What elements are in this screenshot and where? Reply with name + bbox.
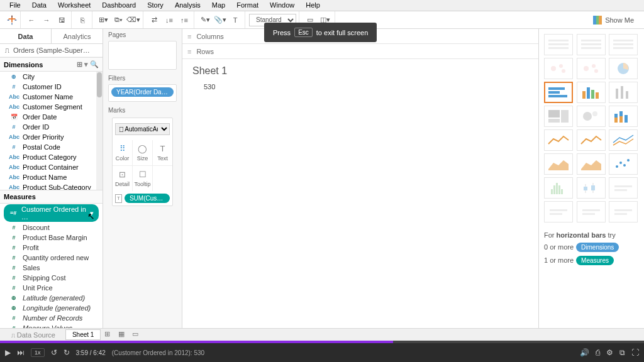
filters-shelf[interactable]: YEAR(Order Date): 2… — [108, 84, 177, 102]
measure-profit[interactable]: #Profit — [0, 243, 103, 253]
dimension-customer-name[interactable]: AbcCustomer Name — [0, 92, 103, 102]
viz-type-hbar[interactable] — [544, 82, 573, 103]
viz-type-circ[interactable] — [577, 106, 606, 127]
datasource-row[interactable]: ⎍ Orders (Sample-Super… — [0, 44, 103, 57]
mark-color-button[interactable]: ⠿Color — [113, 140, 132, 165]
measure-sales[interactable]: #Sales — [0, 263, 103, 273]
viz-type-map2[interactable] — [577, 58, 606, 79]
menu-file[interactable]: File — [4, 0, 26, 11]
menu-map[interactable]: Map — [206, 0, 231, 11]
viz-type-box[interactable] — [577, 177, 606, 199]
viz-type-scatter[interactable] — [609, 153, 638, 175]
rows-shelf[interactable]: ≡ Rows — [182, 44, 538, 59]
viz-type-bars2[interactable] — [609, 106, 638, 127]
dimension-order-priority[interactable]: AbcOrder Priority — [0, 132, 103, 142]
tab-sheet-1[interactable]: Sheet 1 — [65, 329, 101, 340]
viz-type-gantt2[interactable] — [577, 201, 606, 222]
mark-text-button[interactable]: TText — [153, 140, 172, 165]
captions-button[interactable]: ⎙ — [596, 348, 600, 357]
measure-product-base-margin[interactable]: #Product Base Margin — [0, 233, 103, 243]
menu-data[interactable]: Data — [26, 0, 52, 11]
tab-data-source[interactable]: ⎍ Data Source — [5, 330, 62, 340]
viz-type-area2[interactable] — [577, 153, 606, 175]
sort-asc-button[interactable]: ↓≡ — [162, 13, 176, 27]
show-me-button[interactable]: Show Me — [587, 16, 640, 25]
viz-type-area1[interactable] — [544, 153, 573, 175]
play-button[interactable]: ▶ — [5, 348, 11, 357]
volume-button[interactable]: 🔊 — [580, 348, 589, 357]
filter-pill-year[interactable]: YEAR(Order Date): 2… — [111, 87, 174, 97]
labels-button[interactable]: T — [228, 13, 242, 27]
redo-button[interactable]: → — [40, 13, 53, 27]
viz-type-gantt[interactable] — [544, 201, 573, 222]
measure-unit-price[interactable]: #Unit Price — [0, 283, 103, 293]
dimension-product-category[interactable]: AbcProduct Category — [0, 152, 103, 162]
measure-longitude-generated-[interactable]: ⊕Longitude (generated) — [0, 303, 103, 313]
viz-type-lines[interactable] — [609, 129, 638, 151]
dimension-product-sub-category[interactable]: AbcProduct Sub-Category — [0, 182, 103, 190]
rewind-button[interactable]: ↺ — [51, 348, 57, 357]
forward-button[interactable]: ↻ — [64, 348, 70, 357]
settings-button[interactable]: ⚙ — [606, 348, 613, 357]
pages-shelf[interactable] — [108, 41, 177, 70]
tab-data[interactable]: Data — [0, 29, 52, 43]
duplicate-button[interactable]: ⧉▾ — [111, 13, 125, 27]
swap-button[interactable]: ⇄ — [147, 13, 161, 27]
mark-tooltip-button[interactable]: ☐Tooltip — [133, 166, 152, 191]
highlight-button[interactable]: ✎▾ — [198, 13, 212, 27]
viz-type-line2[interactable] — [577, 129, 606, 151]
viz-type-hist[interactable] — [544, 177, 573, 199]
undo-button[interactable]: ← — [25, 13, 38, 27]
measure-discount[interactable]: #Discount — [0, 222, 103, 233]
viz-type-table2[interactable] — [577, 34, 606, 55]
viz-type-tree[interactable] — [544, 106, 573, 127]
viz-type-table[interactable] — [544, 34, 573, 55]
new-sheet-button[interactable]: ⊞ — [104, 330, 114, 340]
dimension-product-container[interactable]: AbcProduct Container — [0, 162, 103, 172]
speed-button[interactable]: 1x — [31, 348, 45, 357]
skip-button[interactable]: ⏭ — [17, 348, 25, 357]
menu-dashboard[interactable]: Dashboard — [96, 0, 142, 11]
new-dashboard-button[interactable]: ▦ — [118, 330, 128, 340]
dimensions-menu-icon[interactable]: ⊞ ▾ 🔍 — [77, 60, 99, 69]
viz-type-bullet[interactable] — [609, 201, 638, 222]
save-button[interactable]: 🖫 — [55, 13, 69, 27]
menu-format[interactable]: Format — [231, 0, 264, 11]
dimension-order-date[interactable]: 📅Order Date — [0, 112, 103, 122]
mark-pill-sum[interactable]: SUM(Custome… — [125, 194, 170, 203]
sheet-title[interactable]: Sheet 1 — [192, 65, 528, 77]
pip-button[interactable]: ⧉ — [619, 348, 625, 357]
dimension-order-id[interactable]: #Order ID — [0, 122, 103, 132]
dimension-customer-segment[interactable]: AbcCustomer Segment — [0, 102, 103, 112]
mark-detail-button[interactable]: ⊡Detail — [113, 166, 132, 191]
mark-type-select[interactable]: ⎕ AutomaticAutomatic — [115, 123, 170, 135]
dimension-product-name[interactable]: AbcProduct Name — [0, 172, 103, 182]
measure-shipping-cost[interactable]: #Shipping Cost — [0, 273, 103, 283]
menu-window[interactable]: Window — [264, 0, 300, 11]
viz-type-map1[interactable] — [544, 58, 573, 79]
measure-customer-ordered-in-[interactable]: =#Customer Ordered in …▾ — [4, 204, 99, 222]
measure-number-of-records[interactable]: #Number of Records — [0, 313, 103, 323]
measure-latitude-generated-[interactable]: ⊕Latitude (generated) — [0, 293, 103, 303]
new-datasource-button[interactable]: ⎘ — [75, 13, 89, 27]
clear-button[interactable]: ⌫▾ — [126, 13, 140, 27]
viz-type-pie[interactable] — [609, 58, 638, 79]
viz-type-vbar[interactable] — [577, 82, 606, 103]
viz-type-line1[interactable] — [544, 129, 573, 151]
measure-quantity-ordered-new[interactable]: #Quantity ordered new — [0, 253, 103, 263]
sort-desc-button[interactable]: ↑≡ — [177, 13, 191, 27]
viz-type-table3[interactable] — [609, 34, 638, 55]
tab-analytics[interactable]: Analytics — [52, 29, 103, 43]
new-worksheet-button[interactable]: ⊞▾ — [96, 13, 110, 27]
fullscreen-button[interactable]: ⛶ — [631, 348, 639, 357]
dimension-customer-id[interactable]: #Customer ID — [0, 82, 103, 92]
menu-analysis[interactable]: Analysis — [169, 0, 206, 11]
mark-size-button[interactable]: ◯Size — [133, 140, 152, 165]
menu-worksheet[interactable]: Worksheet — [52, 0, 96, 11]
viz-type-bars3[interactable] — [609, 177, 638, 199]
dimension-scrollbar[interactable] — [96, 72, 103, 190]
menu-help[interactable]: Help — [300, 0, 326, 11]
group-button[interactable]: 📎▾ — [213, 13, 227, 27]
menu-story[interactable]: Story — [142, 0, 169, 11]
new-story-button[interactable]: ▭ — [132, 330, 142, 340]
